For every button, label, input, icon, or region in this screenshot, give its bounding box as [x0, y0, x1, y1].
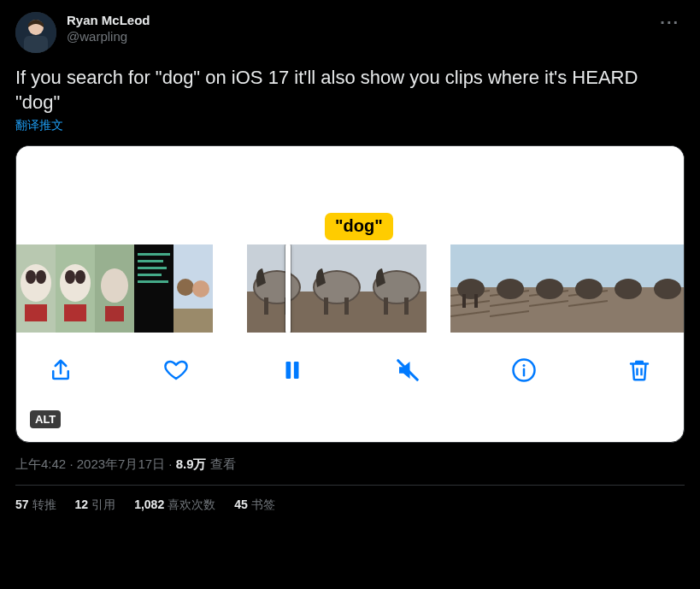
svg-rect-15 — [105, 306, 124, 321]
svg-point-73 — [654, 279, 681, 299]
svg-rect-16 — [134, 244, 174, 333]
tweet-date[interactable]: 2023年7月17日 — [77, 456, 165, 471]
avatar[interactable] — [15, 12, 56, 53]
retweets-stat[interactable]: 57转推 — [15, 498, 56, 513]
svg-point-4 — [21, 264, 51, 302]
stat-label: 喜欢次数 — [168, 498, 215, 511]
handle: @warpling — [67, 28, 655, 44]
stat-number: 45 — [234, 498, 248, 511]
svg-rect-50 — [462, 294, 466, 308]
translate-link[interactable]: 翻译推文 — [15, 118, 685, 133]
clip-group-3 — [450, 244, 684, 333]
thumbnail — [490, 244, 529, 333]
pause-icon[interactable] — [277, 355, 308, 386]
thumbnail — [608, 244, 647, 333]
thumbnail — [568, 244, 608, 333]
svg-point-14 — [101, 268, 128, 303]
svg-rect-7 — [25, 304, 47, 321]
stat-number: 1,082 — [134, 498, 164, 511]
svg-point-23 — [177, 279, 194, 296]
media-toolbar — [16, 333, 684, 408]
clip-group-2 — [247, 244, 426, 333]
thumbnail — [134, 244, 174, 333]
svg-rect-43 — [404, 297, 409, 315]
bookmarks-stat[interactable]: 45书签 — [234, 498, 275, 513]
tweet-time[interactable]: 上午4:42 — [15, 456, 66, 471]
svg-point-9 — [60, 264, 91, 302]
video-timeline[interactable] — [16, 244, 684, 333]
quotes-stat[interactable]: 12引用 — [75, 498, 116, 513]
info-icon[interactable] — [509, 355, 539, 386]
tweet-text: If you search for "dog" on iOS 17 it'll … — [15, 65, 685, 115]
thumbnail — [16, 244, 56, 333]
svg-rect-12 — [64, 304, 86, 321]
svg-point-11 — [75, 270, 85, 284]
clip-group-1 — [16, 244, 213, 333]
svg-point-5 — [26, 270, 36, 284]
playhead[interactable] — [285, 244, 291, 333]
likes-stat[interactable]: 1,082喜欢次数 — [134, 498, 215, 513]
thumbnail — [647, 244, 684, 333]
svg-point-57 — [497, 279, 524, 299]
display-name: Ryan McLeod — [67, 12, 655, 28]
svg-rect-30 — [264, 297, 268, 315]
mute-icon[interactable] — [392, 355, 423, 386]
views-label[interactable]: 查看 — [210, 456, 236, 471]
stat-number: 57 — [15, 498, 29, 511]
tweet-stats: 57转推 12引用 1,082喜欢次数 45书签 — [15, 498, 685, 513]
tweet-meta: 上午4:42 · 2023年7月17日 · 8.9万 查看 — [15, 456, 685, 473]
svg-point-67 — [575, 279, 603, 299]
svg-rect-42 — [384, 297, 388, 315]
svg-rect-20 — [138, 274, 162, 276]
svg-rect-17 — [138, 253, 170, 256]
svg-point-70 — [615, 279, 642, 299]
thumbnail — [95, 244, 134, 333]
svg-rect-25 — [174, 309, 213, 333]
svg-rect-74 — [285, 362, 291, 379]
stat-label: 书签 — [251, 498, 275, 511]
svg-rect-36 — [324, 297, 328, 315]
thumbnail — [56, 244, 95, 333]
svg-rect-19 — [138, 267, 167, 269]
tweet-header: Ryan McLeod @warpling ··· — [15, 12, 685, 53]
thumbnail — [529, 244, 568, 333]
thumbnail — [174, 244, 213, 333]
svg-point-49 — [457, 279, 485, 299]
media-card[interactable]: "dog" — [15, 145, 685, 443]
stat-label: 引用 — [91, 498, 115, 511]
views-number: 8.9万 — [176, 456, 207, 471]
svg-point-78 — [522, 364, 525, 367]
svg-point-62 — [536, 279, 563, 299]
trash-icon[interactable] — [624, 355, 655, 386]
tweet-container: Ryan McLeod @warpling ··· If you search … — [0, 0, 700, 521]
svg-rect-75 — [294, 362, 299, 379]
svg-rect-51 — [474, 294, 478, 308]
svg-point-24 — [192, 280, 209, 297]
thumbnail — [367, 244, 426, 333]
stat-label: 转推 — [32, 498, 56, 511]
svg-point-6 — [36, 270, 46, 284]
svg-rect-2 — [24, 36, 48, 53]
search-tag-badge: "dog" — [325, 213, 393, 240]
alt-badge[interactable]: ALT — [30, 410, 61, 428]
svg-rect-37 — [344, 297, 349, 315]
thumbnail — [307, 244, 367, 333]
author-names[interactable]: Ryan McLeod @warpling — [67, 12, 655, 44]
svg-rect-21 — [138, 280, 168, 283]
svg-rect-18 — [138, 260, 163, 262]
heart-icon[interactable] — [161, 355, 191, 386]
divider — [15, 485, 685, 486]
share-icon[interactable] — [45, 355, 76, 386]
more-icon[interactable]: ··· — [655, 12, 685, 32]
media-top-area: "dog" — [16, 146, 684, 244]
stat-number: 12 — [75, 498, 89, 511]
thumbnail — [247, 244, 307, 333]
thumbnail — [450, 244, 490, 333]
svg-point-10 — [65, 270, 75, 284]
